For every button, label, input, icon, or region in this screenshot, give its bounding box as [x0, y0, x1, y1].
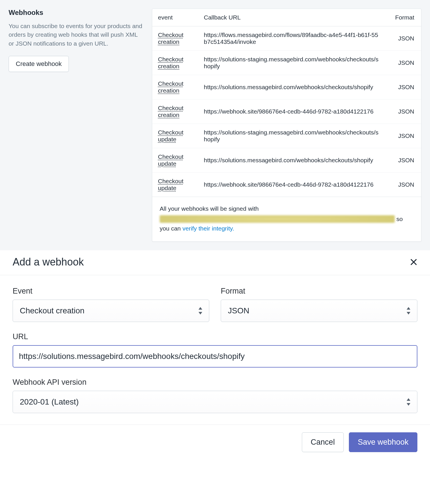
- webhook-event-link[interactable]: Checkout creation: [158, 32, 183, 45]
- webhook-format-cell: JSON: [387, 51, 421, 75]
- table-row: Checkout creation https://solutions-stag…: [152, 51, 421, 75]
- table-row: Checkout update https://solutions-stagin…: [152, 124, 421, 148]
- webhook-event-link[interactable]: Checkout creation: [158, 105, 183, 118]
- webhook-url-cell: https://solutions.messagebird.com/webhoo…: [198, 75, 387, 99]
- close-icon: [409, 258, 418, 266]
- webhook-format-cell: JSON: [387, 26, 421, 51]
- api-version-select[interactable]: [13, 391, 417, 413]
- webhooks-signing-footer: All your webhooks will be signed with so…: [152, 197, 421, 241]
- webhooks-settings-section: Webhooks You can subscribe to events for…: [0, 0, 430, 250]
- signing-prefix: All your webhooks will be signed with: [160, 205, 259, 212]
- cancel-button[interactable]: Cancel: [302, 432, 344, 452]
- webhook-event-link[interactable]: Checkout update: [158, 153, 183, 167]
- table-row: Checkout creation https://solutions.mess…: [152, 75, 421, 99]
- webhook-event-link[interactable]: Checkout creation: [158, 80, 183, 94]
- webhooks-sidebar: Webhooks You can subscribe to events for…: [9, 9, 152, 242]
- event-label: Event: [13, 287, 209, 296]
- table-row: Checkout creation https://webhook.site/9…: [152, 99, 421, 124]
- webhook-url-cell: https://solutions-staging.messagebird.co…: [198, 51, 387, 75]
- webhooks-description: You can subscribe to events for your pro…: [9, 22, 143, 48]
- webhooks-card: event Callback URL Format Checkout creat…: [152, 9, 421, 242]
- url-label: URL: [13, 332, 417, 341]
- modal-body: Event Format: [0, 275, 430, 425]
- webhook-url-cell: https://solutions-staging.messagebird.co…: [198, 124, 387, 148]
- webhook-event-link[interactable]: Checkout creation: [158, 56, 183, 69]
- table-row: Checkout creation https://flows.messageb…: [152, 26, 421, 51]
- close-button[interactable]: [408, 256, 420, 268]
- table-header-format: Format: [387, 9, 421, 26]
- webhook-format-cell: JSON: [387, 75, 421, 99]
- signing-key-redacted: [160, 215, 395, 223]
- url-input[interactable]: [13, 345, 417, 368]
- verify-integrity-link[interactable]: verify their integrity.: [182, 225, 234, 232]
- save-webhook-button[interactable]: Save webhook: [349, 432, 417, 452]
- table-row: Checkout update https://solutions.messag…: [152, 148, 421, 173]
- table-header-callback-url: Callback URL: [198, 9, 387, 26]
- create-webhook-button[interactable]: Create webhook: [9, 56, 69, 72]
- add-webhook-modal: Add a webhook Event: [0, 250, 430, 464]
- webhooks-title: Webhooks: [9, 9, 143, 17]
- format-label: Format: [221, 287, 417, 296]
- webhook-format-cell: JSON: [387, 173, 421, 197]
- webhooks-table: event Callback URL Format Checkout creat…: [152, 9, 421, 197]
- format-select[interactable]: [221, 300, 417, 322]
- api-version-label: Webhook API version: [13, 378, 417, 387]
- webhook-format-cell: JSON: [387, 99, 421, 124]
- table-row: Checkout update https://webhook.site/986…: [152, 173, 421, 197]
- modal-footer: Cancel Save webhook: [0, 425, 430, 464]
- table-header-event: event: [152, 9, 198, 26]
- webhook-url-cell: https://solutions.messagebird.com/webhoo…: [198, 148, 387, 173]
- modal-header: Add a webhook: [0, 250, 430, 275]
- webhook-format-cell: JSON: [387, 148, 421, 173]
- webhook-url-cell: https://webhook.site/986676e4-cedb-446d-…: [198, 173, 387, 197]
- webhook-url-cell: https://webhook.site/986676e4-cedb-446d-…: [198, 99, 387, 124]
- event-select[interactable]: [13, 300, 209, 322]
- webhook-format-cell: JSON: [387, 124, 421, 148]
- webhook-event-link[interactable]: Checkout update: [158, 178, 183, 191]
- modal-title: Add a webhook: [13, 256, 84, 268]
- webhook-url-cell: https://flows.messagebird.com/flows/89fa…: [198, 26, 387, 51]
- webhook-event-link[interactable]: Checkout update: [158, 129, 183, 142]
